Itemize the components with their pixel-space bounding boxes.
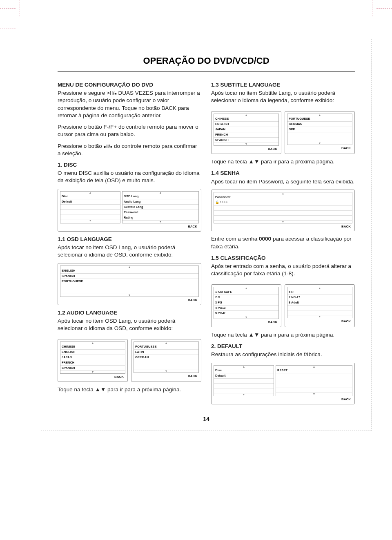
screen-audio-lang: ▲ CHINESE ENGLISH JAPAN FRENCH SPANISH ▼… bbox=[58, 337, 201, 386]
screen-rating: ▲ 1 KID SAFE 2 G 3 PG 4 PG13 5 PG-R ▼ BA… bbox=[211, 282, 355, 331]
heading-osd-lang: 1.1 OSD LANGUAGE bbox=[58, 236, 201, 243]
back-button[interactable]: BACK bbox=[60, 375, 125, 379]
heading-disc: 1. DISC bbox=[58, 161, 201, 169]
heading-menu-config: MENU DE CONFIGURAÇÃO DO DVD bbox=[58, 81, 201, 89]
screen-password: ▲ Password: * * * * ▼ BACK bbox=[211, 190, 355, 232]
back-button[interactable]: BACK bbox=[214, 320, 279, 325]
page-title: OPERAÇÃO DO DVD/VCD/CD bbox=[58, 56, 355, 68]
paragraph: Após tocar no item OSD Lang, o usuário p… bbox=[58, 317, 201, 332]
back-button[interactable]: BACK bbox=[60, 225, 199, 229]
paragraph: Após tocar no item OSD Lang, o usuário p… bbox=[58, 244, 201, 259]
back-button[interactable]: BACK bbox=[287, 319, 352, 324]
screen-disc: ▲ Disc Default ▼ ▲ OSD Lang Audio Lang S… bbox=[58, 189, 201, 232]
paragraph: Pressione o botão F-/F+ do controle remo… bbox=[58, 123, 201, 138]
back-button[interactable]: BACK bbox=[60, 298, 199, 303]
heading-classificacao: 1.5 CLASSIFICAÇÃO bbox=[211, 254, 355, 262]
paragraph: Toque na tecla ▲▼ para ir para a próxima… bbox=[58, 386, 201, 393]
paragraph: O menu DISC auxilia o usuário na configu… bbox=[58, 170, 201, 184]
lock-icon bbox=[215, 201, 219, 204]
heading-subtitle-lang: 1.3 SUBTITLE LANGUAGE bbox=[211, 81, 355, 89]
paragraph: Toque na tecla ▲▼ para ir para a próxima… bbox=[211, 331, 355, 339]
paragraph: Após ter entrado com a senha, o usuário … bbox=[211, 263, 355, 277]
left-column: MENU DE CONFIGURAÇÃO DO DVD Pressione e … bbox=[58, 79, 201, 408]
manual-page: OPERAÇÃO DO DVD/VCD/CD MENU DE CONFIGURA… bbox=[41, 39, 372, 431]
heading-audio-lang: 1.2 AUDIO LANGUAGE bbox=[58, 309, 201, 317]
play-icon bbox=[104, 143, 107, 149]
back-button[interactable]: BACK bbox=[287, 146, 352, 151]
right-column: 1.3 SUBTITLE LANGUAGE Após tocar no item… bbox=[211, 79, 355, 408]
paragraph: Pressione o botão / do controle remoto p… bbox=[58, 143, 201, 157]
back-button[interactable]: BACK bbox=[214, 225, 352, 229]
back-button[interactable]: BACK bbox=[214, 147, 279, 152]
paragraph: Toque na tecla ▲▼ para ir para a próxima… bbox=[211, 158, 355, 165]
page-number: 14 bbox=[58, 416, 355, 422]
heading-senha: 1.4 SENHA bbox=[211, 170, 355, 177]
heading-default: 2. DEFAULT bbox=[211, 343, 355, 350]
screen-subtitle-lang: ▲ CHINESE ENGLISH JAPAN FRENCH SPANISH ▼… bbox=[211, 109, 355, 158]
back-button[interactable]: BACK bbox=[134, 374, 199, 379]
paragraph: Após tocar no item Password, a seguinte … bbox=[211, 178, 355, 185]
paragraph: Restaura as configurações iniciais de fá… bbox=[211, 351, 355, 358]
screen-osd-lang: ▲ ENGLISH SPANISH PORTUGUESE ▼ BACK bbox=[58, 263, 201, 305]
title-rule bbox=[58, 70, 355, 71]
paragraph: Pressione e segure >II/ DUAS VEZES para … bbox=[58, 89, 201, 119]
screen-default: ▲ Disc Default ▼ ▲ RESET ▼ BACK bbox=[211, 363, 355, 404]
pause-icon bbox=[107, 143, 109, 149]
paragraph: Entre com a senha 0000 para acessar a cl… bbox=[211, 235, 355, 250]
back-button[interactable]: BACK bbox=[214, 397, 352, 402]
paragraph: Após tocar no item Subtitle Lang, o usuá… bbox=[211, 89, 355, 104]
